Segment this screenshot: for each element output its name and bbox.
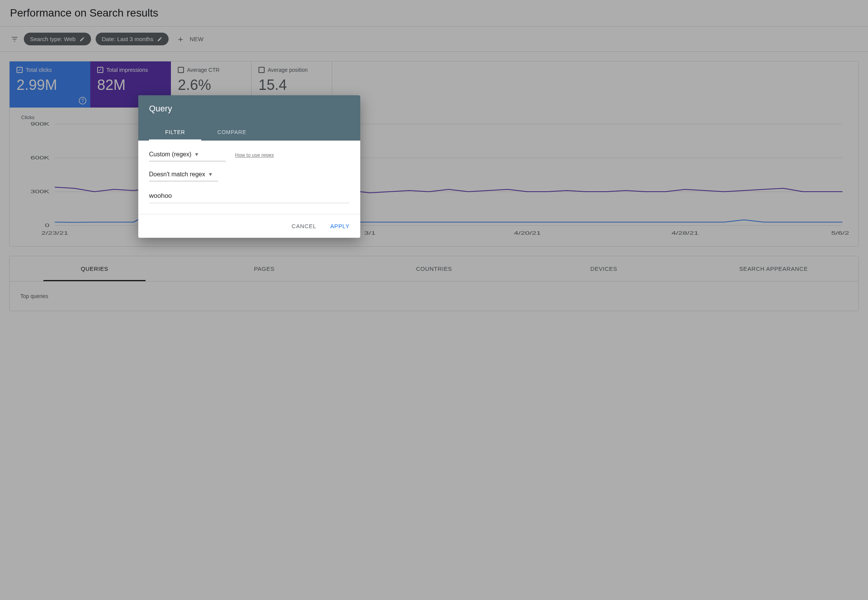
regex-input[interactable] bbox=[149, 188, 350, 203]
dialog-actions: CANCEL APPLY bbox=[138, 214, 360, 238]
select-value: Doesn't match regex bbox=[149, 171, 205, 178]
apply-button[interactable]: APPLY bbox=[329, 220, 351, 232]
dialog-header: Query FILTER COMPARE bbox=[138, 95, 360, 141]
caret-down-icon: ▾ bbox=[195, 151, 198, 158]
tab-filter[interactable]: FILTER bbox=[149, 124, 201, 141]
cancel-button[interactable]: CANCEL bbox=[290, 220, 318, 232]
dialog-tabs: FILTER COMPARE bbox=[149, 124, 350, 141]
dialog-body: Custom (regex) ▾ How to use regex Doesn'… bbox=[138, 141, 360, 214]
filter-mode-select[interactable]: Custom (regex) ▾ bbox=[149, 148, 226, 161]
page-root: Performance on Search results Search typ… bbox=[0, 0, 868, 600]
match-mode-select[interactable]: Doesn't match regex ▾ bbox=[149, 168, 218, 181]
select-value: Custom (regex) bbox=[149, 151, 191, 158]
regex-help-link[interactable]: How to use regex bbox=[235, 152, 274, 158]
caret-down-icon: ▾ bbox=[209, 171, 212, 178]
dialog-title: Query bbox=[149, 104, 350, 114]
modal-overlay[interactable] bbox=[0, 0, 868, 600]
tab-compare[interactable]: COMPARE bbox=[201, 124, 262, 141]
query-dialog: Query FILTER COMPARE Custom (regex) ▾ Ho… bbox=[138, 95, 360, 238]
